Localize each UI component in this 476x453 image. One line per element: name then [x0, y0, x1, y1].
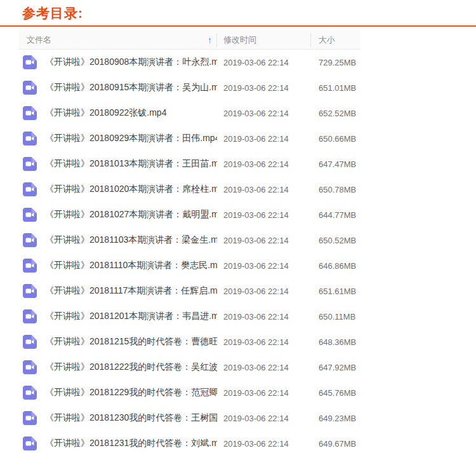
column-header-filename[interactable]: 文件名 ↑	[19, 30, 217, 50]
table-row[interactable]: 《开讲啦》20180915本期演讲者：吴为山.mp4 2019-03-06 22…	[19, 75, 360, 100]
modified-time-cell: 2019-03-06 22:14	[217, 185, 311, 194]
video-file-icon	[23, 436, 37, 450]
file-name-cell: 《开讲啦》20181229我的时代答卷：范冠卿.mp4	[19, 386, 217, 400]
modified-time-cell: 2019-03-06 22:14	[217, 134, 311, 144]
modified-time-cell: 2019-03-06 22:14	[217, 337, 311, 347]
file-size-cell: 647.92MB	[311, 363, 360, 372]
video-file-icon	[23, 81, 37, 95]
modified-time-cell: 2019-03-06 22:14	[217, 388, 311, 398]
table-row[interactable]: 《开讲啦》20181229我的时代答卷：范冠卿.mp4 2019-03-06 2…	[19, 380, 360, 405]
file-size-cell: 647.47MB	[311, 159, 360, 169]
file-table: 文件名 ↑ 修改时间 大小 《开讲啦》20180908本期演讲者：叶永烈.mp4…	[19, 30, 360, 453]
file-size-cell: 651.61MB	[311, 287, 360, 296]
video-file-icon	[23, 132, 37, 145]
file-name-cell: 《开讲啦》20181020本期演讲者：席栓柱.mp4	[19, 182, 217, 196]
file-name-link[interactable]: 《开讲啦》20180929本期演讲者：田伟.mp4	[45, 133, 217, 144]
column-header-modified[interactable]: 修改时间	[217, 30, 311, 50]
table-row[interactable]: 《开讲啦》20181117本期演讲者：任辉启.mp4 2019-03-06 22…	[19, 278, 360, 304]
table-row[interactable]: 《开讲啦》20181013本期演讲者：王田苗.mp4 2019-03-06 22…	[19, 151, 360, 177]
column-header-size[interactable]: 大小	[311, 30, 360, 50]
file-name-cell: 《开讲啦》20181201本期演讲者：韦昌进.mp4	[19, 309, 217, 323]
file-size-cell: 650.78MB	[311, 185, 360, 194]
file-name-link[interactable]: 《开讲啦》20181013本期演讲者：王田苗.mp4	[45, 158, 217, 170]
modified-time-cell: 2019-03-06 22:14	[217, 210, 311, 220]
modified-time-cell: 2019-03-06 22:14	[217, 58, 311, 67]
table-row[interactable]: 《开讲啦》20180929本期演讲者：田伟.mp4 2019-03-06 22:…	[19, 126, 360, 151]
file-size-cell: 649.67MB	[311, 439, 360, 449]
file-name-link[interactable]: 《开讲啦》20181117本期演讲者：任辉启.mp4	[45, 285, 217, 297]
modified-time-cell: 2019-03-06 22:14	[217, 109, 311, 118]
file-name-cell: 《开讲啦》20180908本期演讲者：叶永烈.mp4	[19, 55, 217, 69]
file-name-link[interactable]: 《开讲啦》20180908本期演讲者：叶永烈.mp4	[45, 57, 217, 68]
file-name-cell: 《开讲啦》20180915本期演讲者：吴为山.mp4	[19, 81, 217, 95]
file-name-cell: 《开讲啦》20181222我的时代答卷：吴红波.mp4	[19, 360, 217, 374]
file-size-cell: 649.23MB	[311, 414, 360, 423]
table-row[interactable]: 《开讲啦》20180908本期演讲者：叶永烈.mp4 2019-03-06 22…	[19, 50, 360, 75]
table-row[interactable]: 《开讲啦》20181020本期演讲者：席栓柱.mp4 2019-03-06 22…	[19, 177, 360, 202]
table-row[interactable]: 《开讲啦》20180922张钹.mp4 2019-03-06 22:14 652…	[19, 100, 360, 126]
video-file-icon	[23, 157, 37, 171]
table-header-row: 文件名 ↑ 修改时间 大小	[19, 30, 360, 50]
column-header-size-label: 大小	[319, 34, 335, 46]
modified-time-cell: 2019-03-06 22:14	[217, 439, 311, 449]
video-file-icon	[23, 233, 37, 247]
file-size-cell: 650.52MB	[311, 236, 360, 245]
file-name-link[interactable]: 《开讲啦》20180915本期演讲者：吴为山.mp4	[45, 82, 217, 93]
file-size-cell: 729.25MB	[311, 58, 360, 67]
file-name-link[interactable]: 《开讲啦》20181110本期演讲者：樊志民.mp4	[45, 260, 217, 271]
page-title: 参考目录:	[22, 6, 476, 21]
file-size-cell: 644.77MB	[311, 210, 360, 220]
table-row[interactable]: 《开讲啦》20181222我的时代答卷：吴红波.mp4 2019-03-06 2…	[19, 355, 360, 380]
file-size-cell: 650.66MB	[311, 134, 360, 144]
video-file-icon	[23, 182, 37, 196]
table-row[interactable]: 《开讲啦》20181103本期演讲者：梁金生.mp4 2019-03-06 22…	[19, 227, 360, 253]
file-name-cell: 《开讲啦》20181215我的时代答卷：曹德旺.mp4	[19, 335, 217, 349]
table-row[interactable]: 《开讲啦》20181110本期演讲者：樊志民.mp4 2019-03-06 22…	[19, 253, 360, 278]
file-name-link[interactable]: 《开讲啦》20181229我的时代答卷：范冠卿.mp4	[45, 387, 217, 398]
file-name-link[interactable]: 《开讲啦》20181103本期演讲者：梁金生.mp4	[45, 234, 217, 246]
table-row[interactable]: 《开讲啦》20181230我的时代答卷：王树国.mp4 2019-03-06 2…	[19, 405, 360, 431]
file-name-link[interactable]: 《开讲啦》20180922张钹.mp4	[45, 107, 166, 119]
table-row[interactable]: 《开讲啦》20181027本期演讲者：戴明盟.mp4 2019-03-06 22…	[19, 202, 360, 227]
video-file-icon	[23, 208, 37, 222]
file-size-cell: 648.36MB	[311, 337, 360, 347]
file-name-link[interactable]: 《开讲啦》20181231我的时代答卷：刘斌.mp4	[45, 438, 217, 449]
video-file-icon	[23, 55, 37, 69]
file-name-link[interactable]: 《开讲啦》20181020本期演讲者：席栓柱.mp4	[45, 184, 217, 195]
table-row[interactable]: 《开讲啦》20181215我的时代答卷：曹德旺.mp4 2019-03-06 2…	[19, 329, 360, 355]
modified-time-cell: 2019-03-06 22:14	[217, 236, 311, 245]
file-name-cell: 《开讲啦》20181027本期演讲者：戴明盟.mp4	[19, 208, 217, 222]
file-name-link[interactable]: 《开讲啦》20181230我的时代答卷：王树国.mp4	[45, 412, 217, 424]
file-name-cell: 《开讲啦》20181231我的时代答卷：刘斌.mp4	[19, 436, 217, 450]
title-divider	[0, 25, 476, 27]
file-name-cell: 《开讲啦》20181103本期演讲者：梁金生.mp4	[19, 233, 217, 247]
modified-time-cell: 2019-03-06 22:14	[217, 363, 311, 372]
file-name-cell: 《开讲啦》20181013本期演讲者：王田苗.mp4	[19, 157, 217, 171]
file-name-link[interactable]: 《开讲啦》20181215我的时代答卷：曹德旺.mp4	[45, 336, 217, 348]
table-row[interactable]: 《开讲啦》20181201本期演讲者：韦昌进.mp4 2019-03-06 22…	[19, 304, 360, 329]
file-name-cell: 《开讲啦》20181230我的时代答卷：王树国.mp4	[19, 411, 217, 425]
video-file-icon	[23, 284, 37, 298]
file-size-cell: 651.01MB	[311, 83, 360, 93]
video-file-icon	[23, 386, 37, 400]
file-size-cell: 652.52MB	[311, 109, 360, 118]
file-size-cell: 645.76MB	[311, 388, 360, 398]
file-name-link[interactable]: 《开讲啦》20181027本期演讲者：戴明盟.mp4	[45, 209, 217, 220]
modified-time-cell: 2019-03-06 22:14	[217, 159, 311, 169]
file-name-cell: 《开讲啦》20181117本期演讲者：任辉启.mp4	[19, 284, 217, 298]
video-file-icon	[23, 106, 37, 120]
modified-time-cell: 2019-03-06 22:14	[217, 83, 311, 93]
sort-ascending-icon[interactable]: ↑	[208, 36, 212, 44]
table-row[interactable]: 《开讲啦》20181231我的时代答卷：刘斌.mp4 2019-03-06 22…	[19, 431, 360, 453]
file-name-cell: 《开讲啦》20180929本期演讲者：田伟.mp4	[19, 132, 217, 145]
video-file-icon	[23, 309, 37, 323]
modified-time-cell: 2019-03-06 22:14	[217, 312, 311, 321]
page-header: 参考目录:	[0, 0, 476, 27]
file-name-link[interactable]: 《开讲啦》20181201本期演讲者：韦昌进.mp4	[45, 311, 217, 322]
file-name-cell: 《开讲啦》20181110本期演讲者：樊志民.mp4	[19, 259, 217, 273]
file-name-link[interactable]: 《开讲啦》20181222我的时代答卷：吴红波.mp4	[45, 362, 217, 373]
modified-time-cell: 2019-03-06 22:14	[217, 287, 311, 296]
modified-time-cell: 2019-03-06 22:14	[217, 261, 311, 271]
modified-time-cell: 2019-03-06 22:14	[217, 414, 311, 423]
video-file-icon	[23, 259, 37, 273]
